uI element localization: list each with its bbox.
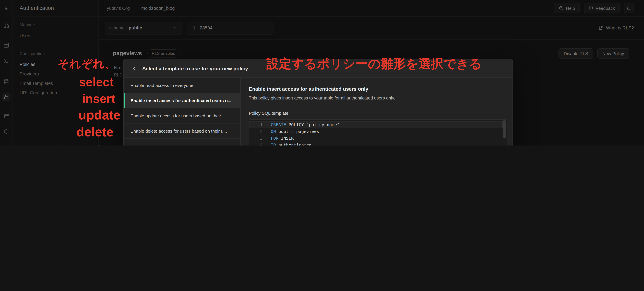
annotation-intro: それぞれ、: [58, 56, 116, 72]
annotation-outro: の雛形を選択可能: [16, 143, 108, 146]
modal-title: Select a template to use for your new po…: [142, 66, 248, 71]
template-item-delete-access[interactable]: Enable delete access for users based on …: [124, 124, 240, 139]
annotation-update: update: [78, 108, 120, 123]
template-item-insert-access[interactable]: Enable insert access for authenticated u…: [124, 93, 240, 108]
modal-body: Enable read access to everyone Enable in…: [124, 78, 512, 146]
annotation-insert: insert: [82, 92, 115, 106]
editor-scrollbar[interactable]: [503, 120, 507, 146]
annotation-delete: delete: [76, 125, 114, 139]
sql-code-editor[interactable]: 1CREATE POLICY "policy_name"2ON public.p…: [249, 119, 507, 146]
annotation-top: 設定するポリシーの雛形を選択できる: [266, 56, 482, 72]
annotation-select: select: [79, 75, 114, 89]
editor-scrollbar-thumb[interactable]: [503, 120, 506, 138]
template-list: Enable read access to everyone Enable in…: [124, 78, 241, 146]
template-detail-description: This policy gives insert access to your …: [249, 95, 507, 101]
app-window: Authentication Manage Users Configuratio…: [0, 0, 644, 146]
template-detail: Enable insert access for authenticated u…: [241, 78, 512, 146]
chevron-left-icon[interactable]: [130, 65, 138, 72]
template-item-update-access[interactable]: Enable update access for users based on …: [124, 108, 240, 124]
template-detail-title: Enable insert access for authenticated u…: [249, 86, 507, 92]
template-item-read-access[interactable]: Enable read access to everyone: [124, 78, 240, 93]
code-lines: 1CREATE POLICY "policy_name"2ON public.p…: [249, 121, 507, 146]
policy-sql-label: Policy SQL template:: [249, 111, 507, 116]
